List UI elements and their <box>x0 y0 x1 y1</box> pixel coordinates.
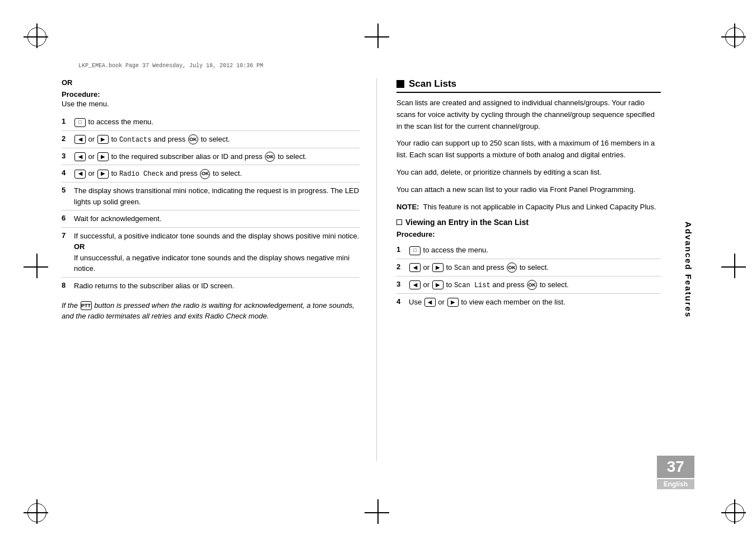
step-3: 3 ◀ or ▶ to the required subscriber alia… <box>62 148 360 166</box>
step-content-8: Radio returns to the subscriber alias or… <box>74 280 360 292</box>
right-step-num-2: 2 <box>396 262 409 271</box>
sub-section-title: Viewing an Entry in the Scan List <box>405 218 529 227</box>
menu-btn-1: □ <box>74 118 86 127</box>
page-language: English <box>657 479 694 489</box>
right-step-num-1: 1 <box>396 245 409 254</box>
ok-btn-4: OK <box>200 169 210 179</box>
step-content-7: If successful, a positive indicator tone… <box>74 231 360 274</box>
step-num-1: 1 <box>62 116 74 125</box>
advanced-features-label: Advanced Features <box>683 222 693 318</box>
body-para-2: Your radio can support up to 250 scan li… <box>396 138 661 161</box>
step-4: 4 ◀ or ▶ to Radio Check and press OK to … <box>62 165 360 182</box>
page-number-area: 37 English <box>657 456 694 489</box>
right-btn-r3: ▶ <box>432 280 444 289</box>
ok-btn-2: OK <box>188 134 198 144</box>
left-btn-2: ◀ <box>74 135 86 144</box>
left-btn-4: ◀ <box>74 170 86 179</box>
step-content-6: Wait for acknowledgement. <box>74 213 360 224</box>
step-num-5: 5 <box>62 185 74 194</box>
right-step-num-4: 4 <box>396 297 409 306</box>
ok-btn-3: OK <box>265 152 275 162</box>
body-para-1: Scan lists are created and assigned to i… <box>396 97 661 132</box>
right-step-content-1: □ to access the menu. <box>409 245 661 256</box>
file-info: LKP_EMEA.book Page 37 Wednesday, July 18… <box>78 63 263 69</box>
procedure-label-right: Procedure: <box>396 230 661 238</box>
step-8: 8 Radio returns to the subscriber alias … <box>62 278 360 294</box>
step-num-4: 4 <box>62 168 74 177</box>
right-step-3: 3 ◀ or ▶ to Scan List and press OK to se… <box>396 277 661 294</box>
step-content-1: □ to access the menu. <box>74 116 360 128</box>
right-btn-4: ▶ <box>97 170 109 179</box>
right-step-1: 1 □ to access the menu. <box>396 242 661 259</box>
right-column: Scan Lists Scan lists are created and as… <box>377 78 694 461</box>
page: LKP_EMEA.book Page 37 Wednesday, July 18… <box>0 0 756 534</box>
step-num-6: 6 <box>62 213 74 222</box>
procedure-label-left: Procedure: <box>62 90 360 99</box>
right-step-content-2: ◀ or ▶ to Scan and press OK to select. <box>409 262 661 273</box>
step-num-3: 3 <box>62 151 74 160</box>
right-btn-2: ▶ <box>97 135 109 144</box>
page-number: 37 <box>657 456 694 478</box>
scan-lists-title: Scan Lists <box>409 78 456 90</box>
main-content: OR Procedure: Use the menu. 1 □ to acces… <box>62 78 694 461</box>
right-column-inner: Scan Lists Scan lists are created and as… <box>396 78 694 311</box>
right-btn-3: ▶ <box>97 152 109 161</box>
step-6: 6 Wait for acknowledgement. <box>62 210 360 228</box>
sub-square <box>396 219 402 225</box>
left-btn-r3: ◀ <box>409 280 421 289</box>
right-step-content-3: ◀ or ▶ to Scan List and press OK to sele… <box>409 279 661 291</box>
note-label: NOTE: <box>396 203 419 211</box>
step-num-2: 2 <box>62 134 74 143</box>
or-label: OR <box>62 78 360 87</box>
right-btn-r2: ▶ <box>432 263 444 272</box>
steps-list-right: 1 □ to access the menu. 2 ◀ or ▶ to Scan… <box>396 242 661 311</box>
step-content-4: ◀ or ▶ to Radio Check and press OK to se… <box>74 168 360 179</box>
right-step-num-3: 3 <box>396 279 409 288</box>
menu-btn-r1: □ <box>409 246 421 255</box>
step-content-3: ◀ or ▶ to the required subscriber alias … <box>74 151 360 162</box>
left-btn-3: ◀ <box>74 152 86 161</box>
step-7: 7 If successful, a positive indicator to… <box>62 228 360 278</box>
step-num-8: 8 <box>62 280 74 289</box>
left-column: OR Procedure: Use the menu. 1 □ to acces… <box>62 78 377 461</box>
italic-note: If the PTT button is pressed when the ra… <box>62 300 360 322</box>
left-btn-r4: ◀ <box>424 298 436 307</box>
step-num-7: 7 <box>62 231 74 240</box>
steps-list-left: 1 □ to access the menu. 2 ◀ or ▶ to Cont… <box>62 114 360 294</box>
step-1: 1 □ to access the menu. <box>62 114 360 131</box>
right-step-4: 4 Use ◀ or ▶ to view each member on the … <box>396 294 661 311</box>
step-5: 5 The display shows transitional mini no… <box>62 182 360 210</box>
procedure-sub-left: Use the menu. <box>62 100 360 108</box>
scan-lists-header: Scan Lists <box>396 78 661 93</box>
right-btn-r4: ▶ <box>447 298 459 307</box>
sub-section-header: Viewing an Entry in the Scan List <box>396 218 661 227</box>
step-content-5: The display shows transitional mini noti… <box>74 185 360 207</box>
step-2: 2 ◀ or ▶ to Contacts and press OK to sel… <box>62 131 360 148</box>
ok-btn-r2: OK <box>507 263 517 273</box>
ptt-btn: PTT <box>81 301 92 310</box>
right-step-content-4: Use ◀ or ▶ to view each member on the li… <box>409 297 661 308</box>
note-text: NOTE: This feature is not applicable in … <box>396 202 661 213</box>
right-step-2: 2 ◀ or ▶ to Scan and press OK to select. <box>396 259 661 277</box>
body-para-4: You can attach a new scan list to your r… <box>396 184 661 196</box>
step-content-2: ◀ or ▶ to Contacts and press OK to selec… <box>74 134 360 145</box>
section-square <box>396 80 404 88</box>
ok-btn-r3: OK <box>527 280 537 290</box>
left-btn-r2: ◀ <box>409 263 421 272</box>
body-para-3: You can add, delete, or prioritize chann… <box>396 167 661 179</box>
